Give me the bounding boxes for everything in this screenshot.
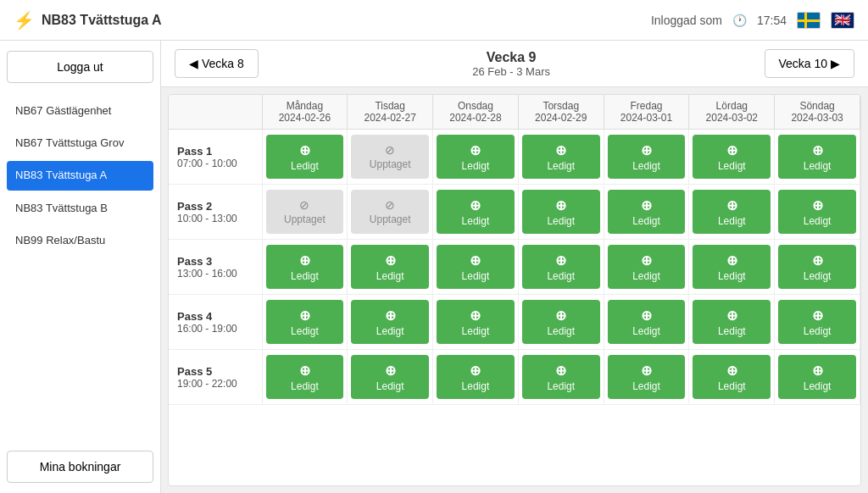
slot-1-day-5[interactable]: ⊕ Ledigt [604, 130, 689, 185]
ledigt-slot[interactable]: ⊕ Ledigt [608, 135, 686, 179]
slot-2-day-7[interactable]: ⊕ Ledigt [775, 185, 860, 240]
flag-swedish[interactable] [797, 12, 821, 29]
ledigt-label: Ledigt [718, 160, 746, 172]
ledigt-slot[interactable]: ⊕ Ledigt [693, 300, 771, 344]
slot-1-day-3[interactable]: ⊕ Ledigt [433, 130, 519, 185]
plus-icon: ⊕ [470, 142, 481, 158]
slot-3-day-5[interactable]: ⊕ Ledigt [604, 240, 689, 295]
logout-button[interactable]: Logga ut [7, 51, 153, 83]
sidebar-item-nb83-tvättstuga-b[interactable]: NB83 Tvättstuga B [7, 194, 153, 223]
ledigt-slot[interactable]: ⊕ Ledigt [266, 300, 344, 344]
slot-1-day-4[interactable]: ⊕ Ledigt [518, 130, 604, 185]
slot-4-day-2[interactable]: ⊕ Ledigt [348, 295, 433, 350]
ledigt-slot[interactable]: ⊕ Ledigt [522, 245, 600, 289]
upptaget-label: Upptaget [370, 213, 411, 225]
ledigt-slot[interactable]: ⊕ Ledigt [351, 355, 429, 399]
slot-5-day-4[interactable]: ⊕ Ledigt [518, 350, 604, 405]
slot-3-day-2[interactable]: ⊕ Ledigt [348, 240, 433, 295]
ledigt-slot[interactable]: ⊕ Ledigt [693, 355, 771, 399]
slot-4-day-1[interactable]: ⊕ Ledigt [262, 295, 348, 350]
slot-5-day-1[interactable]: ⊕ Ledigt [262, 350, 348, 405]
flag-english[interactable] [831, 12, 854, 29]
header-sunday: Söndag 2024-03-03 [775, 95, 860, 130]
ledigt-slot[interactable]: ⊕ Ledigt [778, 135, 856, 179]
slot-5-day-6[interactable]: ⊕ Ledigt [689, 350, 775, 405]
header-saturday: Lördag 2024-03-02 [689, 95, 775, 130]
plus-icon: ⊕ [470, 197, 481, 213]
slot-5-day-3[interactable]: ⊕ Ledigt [433, 350, 519, 405]
ledigt-slot[interactable]: ⊕ Ledigt [351, 245, 429, 289]
ledigt-slot[interactable]: ⊕ Ledigt [778, 355, 856, 399]
my-bookings-button[interactable]: Mina bokningar [7, 451, 153, 483]
ledigt-slot[interactable]: ⊕ Ledigt [522, 355, 600, 399]
slot-4-day-3[interactable]: ⊕ Ledigt [433, 295, 519, 350]
ledigt-slot[interactable]: ⊕ Ledigt [693, 135, 771, 179]
slot-3-day-7[interactable]: ⊕ Ledigt [775, 240, 860, 295]
slot-2-day-3[interactable]: ⊕ Ledigt [433, 185, 519, 240]
slot-1-day-6[interactable]: ⊕ Ledigt [689, 130, 775, 185]
plus-icon: ⊕ [555, 142, 566, 158]
ledigt-slot[interactable]: ⊕ Ledigt [437, 135, 515, 179]
ledigt-label: Ledigt [462, 380, 490, 392]
slot-1-day-1[interactable]: ⊕ Ledigt [262, 130, 348, 185]
ledigt-slot[interactable]: ⊕ Ledigt [778, 190, 856, 234]
prev-week-button[interactable]: ◀ Vecka 8 [175, 49, 259, 78]
ledigt-label: Ledigt [462, 325, 490, 337]
sidebar-item-nb99-relax-bastu[interactable]: NB99 Relax/Bastu [7, 226, 153, 255]
logged-in-label: Inloggad som [651, 14, 722, 27]
slot-2-day-6[interactable]: ⊕ Ledigt [689, 185, 775, 240]
slot-4-day-6[interactable]: ⊕ Ledigt [689, 295, 775, 350]
ledigt-slot[interactable]: ⊕ Ledigt [693, 190, 771, 234]
ledigt-slot[interactable]: ⊕ Ledigt [522, 300, 600, 344]
ledigt-slot[interactable]: ⊕ Ledigt [608, 190, 686, 234]
ledigt-slot[interactable]: ⊕ Ledigt [437, 190, 515, 234]
ledigt-label: Ledigt [291, 160, 319, 172]
header-wednesday: Onsdag 2024-02-28 [433, 95, 519, 130]
sidebar-item-nb83-tvättstuga-a[interactable]: NB83 Tvättstuga A [7, 161, 153, 190]
ledigt-slot[interactable]: ⊕ Ledigt [778, 300, 856, 344]
ledigt-slot[interactable]: ⊕ Ledigt [351, 300, 429, 344]
ledigt-slot[interactable]: ⊕ Ledigt [522, 135, 600, 179]
ledigt-slot[interactable]: ⊕ Ledigt [608, 245, 686, 289]
slot-1-day-7[interactable]: ⊕ Ledigt [775, 130, 860, 185]
ledigt-label: Ledigt [291, 270, 319, 282]
ledigt-label: Ledigt [547, 380, 575, 392]
ledigt-slot[interactable]: ⊕ Ledigt [778, 245, 856, 289]
plus-icon: ⊕ [812, 197, 823, 213]
slot-3-day-6[interactable]: ⊕ Ledigt [689, 240, 775, 295]
ledigt-slot[interactable]: ⊕ Ledigt [266, 135, 344, 179]
slot-2-day-5[interactable]: ⊕ Ledigt [604, 185, 689, 240]
ledigt-slot[interactable]: ⊕ Ledigt [693, 245, 771, 289]
ledigt-slot[interactable]: ⊕ Ledigt [266, 355, 344, 399]
plus-icon: ⊕ [726, 307, 737, 324]
ledigt-slot[interactable]: ⊕ Ledigt [437, 245, 515, 289]
slot-3-day-3[interactable]: ⊕ Ledigt [433, 240, 519, 295]
slot-3-day-1[interactable]: ⊕ Ledigt [262, 240, 348, 295]
plus-icon: ⊕ [299, 142, 310, 158]
slot-4-day-7[interactable]: ⊕ Ledigt [775, 295, 860, 350]
slot-4-day-5[interactable]: ⊕ Ledigt [604, 295, 689, 350]
slot-4-day-4[interactable]: ⊕ Ledigt [518, 295, 604, 350]
slot-3-day-4[interactable]: ⊕ Ledigt [518, 240, 604, 295]
top-bar: ⚡ NB83 Tvättstuga A Inloggad som 🕐 17:54 [0, 0, 868, 41]
slot-2-day-4[interactable]: ⊕ Ledigt [518, 185, 604, 240]
next-week-button[interactable]: Vecka 10 ▶ [765, 49, 855, 78]
plus-icon: ⊕ [470, 307, 481, 324]
ledigt-slot[interactable]: ⊕ Ledigt [266, 245, 344, 289]
slot-5-day-2[interactable]: ⊕ Ledigt [348, 350, 433, 405]
ledigt-slot[interactable]: ⊕ Ledigt [608, 300, 686, 344]
ledigt-label: Ledigt [718, 325, 746, 337]
ledigt-label: Ledigt [547, 325, 575, 337]
ledigt-slot[interactable]: ⊕ Ledigt [522, 190, 600, 234]
ledigt-slot[interactable]: ⊕ Ledigt [437, 355, 515, 399]
sidebar-item-nb67-tvättstuga-grov[interactable]: NB67 Tvättstuga Grov [7, 129, 153, 158]
ledigt-slot[interactable]: ⊕ Ledigt [437, 300, 515, 344]
pass-label-5: Pass 519:00 - 22:00 [169, 350, 262, 405]
slot-5-day-7[interactable]: ⊕ Ledigt [775, 350, 860, 405]
ledigt-label: Ledigt [462, 215, 490, 227]
slot-5-day-5[interactable]: ⊕ Ledigt [604, 350, 689, 405]
ledigt-slot[interactable]: ⊕ Ledigt [608, 355, 686, 399]
plus-icon: ⊕ [299, 307, 310, 324]
ledigt-label: Ledigt [547, 160, 575, 172]
sidebar-item-nb67-gastlagenhet[interactable]: NB67 Gästlägenhet [7, 97, 153, 125]
